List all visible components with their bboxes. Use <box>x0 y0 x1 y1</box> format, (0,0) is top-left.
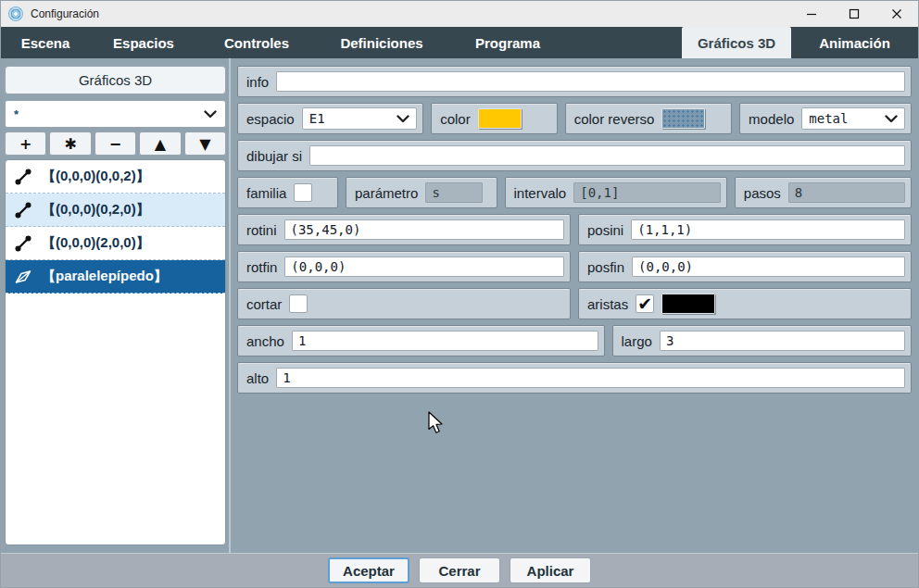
pasos-input <box>788 182 905 203</box>
modelo-label: modelo <box>749 111 794 127</box>
list-item-selected[interactable]: 【paralelepípedo】 <box>6 260 225 294</box>
accept-button[interactable]: Aceptar <box>328 557 409 583</box>
segment-icon <box>14 168 32 186</box>
graphics-list: 【(0,0,0)(0,0,2)】 【(0,0,0)(0,2,0)】 【(0,0,… <box>5 159 226 545</box>
remove-button[interactable]: − <box>94 131 136 156</box>
close-icon <box>891 8 902 19</box>
color-reverso-group: color reverso <box>565 103 732 134</box>
ancho-label: ancho <box>246 333 284 349</box>
list-item[interactable]: 【(0,0,0)(0,0,2)】 <box>6 160 225 194</box>
pasos-label: pasos <box>744 185 781 201</box>
parametro-input <box>425 182 483 203</box>
dibujar-si-group: dibujar si <box>237 140 912 171</box>
app-logo-icon <box>8 6 23 21</box>
titlebar: Configuración <box>1 1 918 27</box>
parametro-group: parámetro <box>346 177 497 208</box>
color-reverso-label: color reverso <box>574 111 655 127</box>
alto-group: alto <box>237 362 912 394</box>
move-down-button[interactable]: ▼ <box>184 131 226 156</box>
color-swatch[interactable] <box>478 108 522 129</box>
minimize-icon <box>806 8 817 19</box>
tab-bar: Escena Espacios Controles Definiciones P… <box>1 27 918 58</box>
rotfin-group: rotfin <box>237 251 571 282</box>
ancho-input[interactable] <box>292 331 598 351</box>
tab-spacer <box>568 27 682 58</box>
color-reverso-swatch[interactable] <box>661 108 705 129</box>
espacio-label: espacio <box>246 111 295 127</box>
modelo-select[interactable]: metal <box>801 107 905 130</box>
color-label: color <box>440 111 471 127</box>
cortar-group: cortar <box>237 288 571 319</box>
insert-button[interactable]: ✱ <box>49 131 91 156</box>
info-input[interactable] <box>276 71 905 92</box>
mouse-cursor-icon <box>427 411 444 439</box>
tab-graficos-3d[interactable]: Gráficos 3D <box>682 27 791 58</box>
segment-icon <box>14 201 32 219</box>
rotini-input[interactable] <box>284 219 564 240</box>
list-item-label: 【paralelepípedo】 <box>42 268 168 285</box>
add-button[interactable]: + <box>5 131 46 156</box>
intervalo-label: intervalo <box>514 185 567 201</box>
maximize-icon <box>849 8 860 19</box>
rotini-label: rotini <box>246 222 277 238</box>
espacio-select[interactable]: E1 <box>302 107 417 130</box>
list-item-label: 【(0,0,0)(0,2,0)】 <box>42 201 150 219</box>
main-area: Gráficos 3D * + ✱ − ▲ ▼ 【(0,0,0 <box>1 58 918 553</box>
tab-controles[interactable]: Controles <box>197 27 316 58</box>
apply-button[interactable]: Aplicar <box>510 557 591 583</box>
intervalo-group: intervalo <box>505 177 727 208</box>
aristas-label: aristas <box>587 296 628 312</box>
rotfin-input[interactable] <box>284 256 564 277</box>
pasos-group: pasos <box>735 177 912 208</box>
posini-group: posini <box>578 214 912 245</box>
filter-select[interactable]: * <box>5 100 226 128</box>
close-button[interactable] <box>875 1 918 27</box>
cortar-label: cortar <box>246 296 282 312</box>
configuration-window: Configuración Escena Espacios Controles … <box>0 0 919 588</box>
largo-group: largo <box>612 325 912 357</box>
largo-input[interactable] <box>660 331 905 351</box>
close-dialog-button[interactable]: Cerrar <box>419 557 500 583</box>
chevron-down-icon <box>397 111 409 126</box>
window-controls <box>790 1 918 27</box>
alto-input[interactable] <box>276 368 905 388</box>
maximize-button[interactable] <box>833 1 875 27</box>
info-group: info <box>237 66 912 97</box>
minimize-button[interactable] <box>790 1 833 27</box>
properties-panel: info espacio E1 color <box>231 58 918 553</box>
segment-icon <box>14 234 32 253</box>
aristas-group: aristas ✔ <box>578 288 912 319</box>
intervalo-input <box>573 182 721 203</box>
dibujar-si-label: dibujar si <box>246 148 302 164</box>
alto-label: alto <box>246 370 269 386</box>
tab-programa[interactable]: Programa <box>447 27 568 58</box>
footer-bar: Aceptar Cerrar Aplicar <box>1 553 918 587</box>
espacio-group: espacio E1 <box>237 103 423 134</box>
posfin-label: posfin <box>587 259 624 275</box>
parallelepiped-icon <box>14 268 32 286</box>
list-item[interactable]: 【(0,0,0)(0,2,0)】 <box>6 194 225 227</box>
window-title: Configuración <box>31 7 99 20</box>
tab-escena[interactable]: Escena <box>1 27 90 58</box>
rotini-group: rotini <box>237 214 571 245</box>
posini-input[interactable] <box>631 219 905 240</box>
familia-label: familia <box>246 185 286 201</box>
tab-animacion[interactable]: Animación <box>791 27 918 58</box>
familia-checkbox[interactable] <box>294 183 312 202</box>
aristas-checkbox[interactable]: ✔ <box>636 294 654 313</box>
list-item[interactable]: 【(0,0,0)(2,0,0)】 <box>6 227 225 260</box>
largo-label: largo <box>622 333 652 349</box>
tab-definiciones[interactable]: Definiciones <box>316 27 447 58</box>
rotfin-label: rotfin <box>246 259 277 275</box>
chevron-down-icon <box>204 107 217 121</box>
list-item-label: 【(0,0,0)(0,0,2)】 <box>42 168 150 185</box>
modelo-group: modelo metal <box>739 103 912 134</box>
cortar-checkbox[interactable] <box>289 294 308 313</box>
dibujar-si-input[interactable] <box>309 145 905 166</box>
posfin-input[interactable] <box>632 256 905 277</box>
tab-espacios[interactable]: Espacios <box>90 27 197 58</box>
color-group: color <box>431 103 557 134</box>
aristas-color-swatch[interactable] <box>661 294 715 314</box>
move-up-button[interactable]: ▲ <box>139 131 181 156</box>
familia-group: familia <box>237 177 338 208</box>
